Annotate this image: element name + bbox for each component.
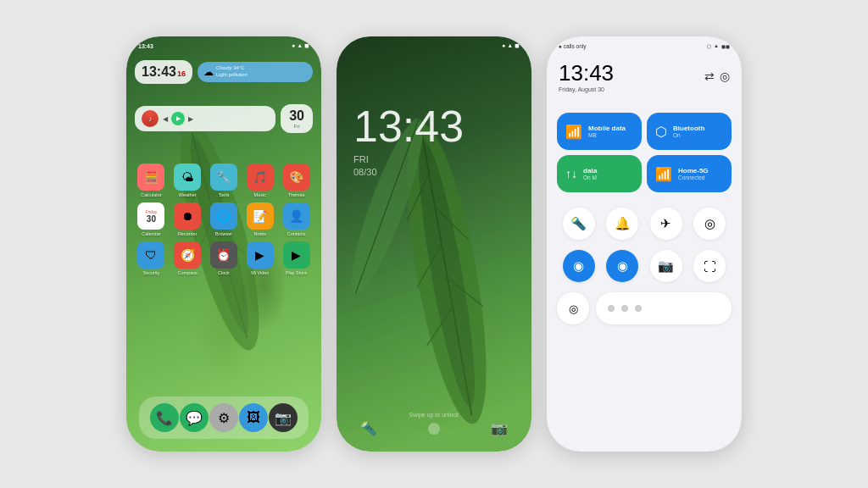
app-recorder[interactable]: ⏺ Recorder [171, 202, 204, 236]
location-btn[interactable]: ◉ [563, 250, 595, 282]
status-time: 13:43 [138, 43, 153, 49]
security-icon: 🛡 [137, 241, 164, 269]
mobile-data-icon: 📶 [565, 124, 582, 140]
time-display: 13:43 [142, 64, 176, 80]
cc-header: 13:43 Friday, August 30 ⇄ ◎ [559, 60, 730, 92]
app-play-store[interactable]: ▶ Play Store [280, 241, 313, 275]
lock-hint: Swipe up to unlock [337, 412, 531, 418]
dock-gallery[interactable]: 🖼 [239, 403, 268, 432]
phone-lock: ● ▲ ◼ 13:43 FRI 08/30 Swipe up to unlock… [337, 36, 531, 452]
toggle-wifi[interactable]: 📶 Home-5G Connected [647, 155, 732, 192]
app-tools[interactable]: 🔧 Tools [208, 164, 241, 197]
toggle-mobile-data[interactable]: 📶 Mobile data MB [557, 113, 642, 150]
camera-icon[interactable]: 📷 [491, 420, 508, 436]
weather-info: Cloudy 34°C Light pollution [216, 65, 248, 79]
slider-icon: ◎ [557, 292, 589, 324]
calendar-icon: Friday 30 [137, 202, 164, 230]
status-bar-lock: ● ▲ ◼ [337, 36, 531, 55]
camera-quick-btn[interactable]: 📷 [650, 250, 682, 282]
mi-video-icon: ▶ [247, 241, 274, 269]
adjust-icon-2[interactable]: ◎ [720, 69, 730, 83]
weather-label: Weather [179, 192, 197, 197]
dock-settings[interactable]: ⚙ [209, 403, 238, 432]
app-music[interactable]: 🎵 Music [243, 164, 276, 197]
dock-camera[interactable]: 📷 [269, 403, 298, 432]
slider-dot-3 [635, 305, 642, 312]
lock-date-num: 08/30 [353, 166, 464, 179]
music-row: ♪ ◀ ▶ ▶ 30 Fri [135, 104, 313, 133]
flashlight-icon[interactable]: 🔦 [360, 420, 377, 436]
slider-dot-1 [608, 305, 615, 312]
svg-line-13 [448, 273, 482, 311]
toggle-bluetooth[interactable]: ⬡ Bluetooth On [647, 113, 732, 150]
tools-icon: 🔧 [210, 164, 237, 191]
svg-line-11 [435, 202, 468, 245]
bluetooth-info: Bluetooth On [673, 125, 704, 138]
calendar-day: 30 [289, 108, 304, 124]
recorder-icon: ⏺ [174, 202, 201, 230]
app-calendar[interactable]: Friday 30 Calendar [135, 202, 168, 236]
calendar-label: Calendar [142, 231, 160, 236]
cc-status-bar: ● calls only ⬡ ▲ ◼◼ [547, 36, 742, 55]
wifi-name: Home-5G [678, 167, 709, 175]
mobile-data-sub: MB [588, 132, 626, 138]
calendar-widget: 30 Fri [281, 104, 313, 133]
app-security[interactable]: 🛡 Security [135, 241, 168, 275]
brightness-slider[interactable] [596, 292, 732, 324]
lock-status-icons: ● ▲ ◼ [502, 42, 520, 49]
screenshot-btn[interactable]: ⛶ [693, 250, 726, 282]
recorder-label: Recorder [178, 231, 198, 236]
toggle-data[interactable]: ↑↓ data On M [557, 155, 642, 192]
lock-day: FRI [353, 153, 464, 166]
app-calculator[interactable]: 🧮 Calculator [135, 164, 168, 197]
dock-messages[interactable]: 💬 [180, 403, 209, 432]
app-compass[interactable]: 🧭 Compass [171, 241, 204, 275]
data-name: data [583, 167, 597, 175]
play-store-icon: ▶ [283, 241, 310, 269]
app-browser[interactable]: 🌐 Browser [208, 202, 241, 236]
security-label: Security [142, 270, 159, 275]
cc-time-display: 13:43 [559, 60, 614, 86]
mode-btn[interactable]: ◎ [693, 208, 726, 240]
screen-record-btn[interactable]: ◉ [606, 250, 638, 282]
airplane-btn[interactable]: ✈ [650, 208, 682, 240]
lock-footer: 🔦 📷 [337, 420, 531, 436]
slider-dot-2 [621, 305, 628, 312]
toggle-grid: 📶 Mobile data MB ⬡ Bluetooth On ↑ [557, 113, 732, 192]
calendar-dow: Fri [294, 124, 300, 129]
dock-phone[interactable]: 📞 [150, 403, 179, 432]
play-store-label: Play Store [286, 270, 307, 275]
weather-icon: ☁ [203, 66, 214, 78]
notes-icon: 📝 [247, 202, 274, 230]
notification-btn[interactable]: 🔔 [606, 208, 638, 240]
time-seconds: 16 [177, 69, 186, 78]
flashlight-quick-btn[interactable]: 🔦 [563, 208, 595, 240]
app-mi-video[interactable]: ▶ Mi Video [243, 241, 276, 275]
prev-button[interactable]: ◀ [163, 115, 168, 123]
play-button[interactable]: ▶ [171, 112, 185, 125]
phone-home: 13:43 ● ▲ ◼ 13:43 16 ☁ Cloudy 34°C Light… [126, 36, 321, 452]
app-notes[interactable]: 📝 Notes [243, 202, 276, 236]
next-button[interactable]: ▶ [188, 115, 193, 123]
music-widget[interactable]: ♪ ◀ ▶ ▶ [135, 106, 275, 131]
adjust-icon-1[interactable]: ⇄ [704, 69, 715, 83]
clock-icon: ⏰ [210, 241, 237, 269]
mobile-data-name: Mobile data [588, 125, 626, 132]
svg-line-12 [410, 245, 448, 288]
notes-label: Notes [254, 231, 266, 236]
slider-row: ◎ [557, 292, 732, 324]
app-themes[interactable]: 🎨 Themes [280, 164, 313, 197]
svg-line-14 [421, 307, 459, 346]
status-icons: ● ▲ ◼ [292, 42, 309, 49]
contacts-icon: 👤 [283, 202, 310, 230]
lock-date-display: FRI 08/30 [353, 153, 464, 180]
app-weather[interactable]: 🌤 Weather [171, 164, 204, 197]
cc-status-left: ● calls only [559, 43, 586, 49]
music-controls: ◀ ▶ ▶ [163, 112, 193, 125]
app-contacts[interactable]: 👤 Contacts [280, 202, 313, 236]
app-clock[interactable]: ⏰ Clock [208, 241, 241, 275]
compass-icon: 🧭 [174, 241, 201, 269]
time-widget: 13:43 16 [135, 60, 192, 84]
cc-status-right: ⬡ ▲ ◼◼ [707, 43, 730, 49]
clock-label: Clock [218, 270, 230, 275]
